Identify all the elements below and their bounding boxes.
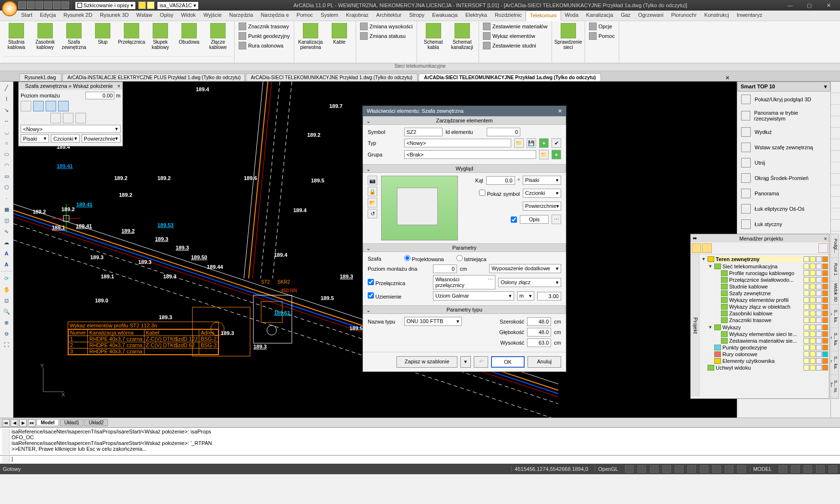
ribbon-tab-gaz[interactable]: Gaz	[617, 11, 634, 21]
command-input[interactable]: |	[0, 455, 840, 464]
document-tab[interactable]: ArCADia-INSTALACJE ELEKTRYCZNE PLUS Przy…	[62, 73, 245, 81]
ribbon-item[interactable]: Sprawdzeniesieci	[555, 22, 582, 50]
ribbon-item[interactable]: Rura osłonowa	[238, 41, 291, 50]
layout-tab[interactable]: Układ1	[60, 419, 84, 426]
qat-redo-icon[interactable]	[61, 1, 69, 9]
ribbon-tab-rozdzielnic[interactable]: Rozdzielnic	[491, 11, 526, 21]
ribbon-tab-krajobraz[interactable]: Krajobraz	[342, 11, 372, 21]
tool-polyline-icon[interactable]: ⌇	[1, 94, 12, 104]
right-vtab[interactable]: S... ka. e...	[831, 351, 839, 375]
tool-spline-icon[interactable]: ∿	[1, 226, 12, 237]
view-lock-icon[interactable]: 🔒	[368, 187, 377, 196]
tree-node[interactable]: Wykazy elementów sieci te...	[700, 331, 828, 337]
status-opengl[interactable]: OpenGL	[595, 466, 621, 472]
snap-btn-3[interactable]	[46, 101, 56, 111]
ribbon-tab-widok[interactable]: Widok	[177, 11, 200, 21]
radio-istniejaca[interactable]: Istniejąca	[456, 255, 487, 262]
ribbon-tab-konstrukcj[interactable]: Konstrukcj	[700, 11, 732, 21]
uziom-value-input[interactable]	[537, 292, 561, 300]
uziom-unit-combo[interactable]: m▾	[517, 291, 534, 300]
typ-btn2[interactable]: 💾	[527, 138, 536, 148]
ribbon-tab-elektryka[interactable]: Elektryka	[461, 11, 491, 21]
doctab-close-icon[interactable]: ✕	[725, 75, 730, 81]
layer-combo-2[interactable]: isa_VA52A1C▾	[157, 2, 198, 9]
ribbon-item[interactable]: Pomoc	[588, 32, 616, 40]
typ-check-button[interactable]: ✔	[552, 138, 561, 148]
redge-2[interactable]	[831, 105, 840, 116]
ribbon-tab-stropy[interactable]: Stropy	[405, 11, 428, 21]
right-vtab[interactable]: S... ru. ka...	[831, 375, 839, 398]
pm-close-icon[interactable]: ×	[824, 236, 827, 241]
ribbon-item[interactable]: Kable	[326, 22, 353, 45]
pow-dlg-combo[interactable]: Powierzchnie▾	[523, 202, 561, 211]
qat-new-icon[interactable]	[18, 1, 26, 9]
tree-node[interactable]: Punkty geodezyjne	[700, 344, 828, 351]
command-area[interactable]: isaReference/isaceNter/isapercenT/isaPro…	[0, 427, 840, 455]
tool-zoomwin-icon[interactable]: ⊡	[1, 295, 12, 306]
status-btn-a[interactable]	[779, 465, 787, 473]
ribbon-item[interactable]: Opcje	[588, 22, 616, 31]
tree-node[interactable]: Rury osłonowe	[700, 351, 828, 358]
level-input[interactable]	[85, 92, 114, 99]
ribbon-item[interactable]: Obudowa	[176, 22, 203, 45]
qat-save-icon[interactable]	[36, 1, 43, 9]
ribbon-tab-edycja[interactable]: Edycja	[36, 11, 60, 21]
tool-revcloud-icon[interactable]: ☁	[1, 237, 12, 248]
opis-btn[interactable]: Opis	[520, 215, 549, 224]
tool-boundary-icon[interactable]: ◫	[1, 215, 12, 226]
zapisz-button[interactable]: Zapisz w szablonie	[396, 356, 457, 368]
redge-9[interactable]	[831, 185, 840, 197]
ribbon-tab-ewakuacja[interactable]: Ewakuacja	[428, 11, 461, 21]
tool-poly-icon[interactable]: ⬠	[1, 182, 12, 192]
btm-next-icon[interactable]: ▶	[19, 419, 27, 427]
dialog-close-icon[interactable]: ✕	[558, 108, 562, 114]
grupa-combo[interactable]: <Brak>	[404, 150, 536, 159]
qat-sun-icon[interactable]	[147, 1, 155, 9]
smart-top-item[interactable]: Wstaw szafę zewnętrzną	[737, 140, 830, 155]
tree-node[interactable]: Studnie kablowe	[700, 283, 828, 290]
ribbon-tab-wstaw[interactable]: Wstaw	[132, 11, 156, 21]
ribbon-item[interactable]: Studniakablowa	[3, 22, 30, 50]
tool-refresh-icon[interactable]: ⟳	[1, 273, 12, 284]
redge-3[interactable]	[831, 116, 840, 128]
pm-side-tab[interactable]: Projekt	[691, 254, 699, 396]
tool-xline-icon[interactable]: ↔	[1, 116, 12, 126]
tool-ellipse-icon[interactable]: ⬭	[1, 149, 12, 159]
pm-pin-icon[interactable]: ⬌	[693, 235, 698, 241]
ribbon-item[interactable]: Schematkabla	[420, 22, 447, 50]
redge-12[interactable]	[831, 220, 840, 231]
ribbon-tab-telekomuni[interactable]: Telekomuni	[526, 11, 561, 21]
ribbon-tab-wyjście[interactable]: Wyjście	[200, 11, 226, 21]
ribbon-item[interactable]: Zmiana statusu	[359, 32, 414, 40]
pm-tb-1[interactable]	[692, 243, 701, 253]
status-snap-9[interactable]	[725, 465, 733, 473]
snap-btn-5[interactable]	[50, 113, 61, 123]
right-vtab[interactable]: Widok 3D	[831, 281, 839, 305]
ribbon-item[interactable]: Punkt geodezyjny	[238, 32, 291, 40]
pm-tb-2[interactable]	[702, 243, 712, 253]
minimize-button[interactable]: —	[780, 0, 800, 11]
opis-checkbox[interactable]	[511, 216, 517, 223]
redge-6[interactable]	[831, 151, 840, 162]
wyd-combo[interactable]: Wyposażenie dodatkowe▾	[489, 264, 561, 273]
tool-hatch-icon[interactable]: ▦	[1, 204, 12, 215]
tree-node[interactable]: Profile rurociągu kablowego	[700, 270, 828, 276]
tool-mtext-icon[interactable]: A	[1, 259, 12, 270]
ribbon-item[interactable]: Zestawienie studni	[482, 41, 549, 50]
ribbon-item[interactable]: Zestawienie materiałów	[482, 22, 549, 31]
qat-bulb-icon[interactable]	[138, 1, 146, 9]
ribbon-item[interactable]: Słup	[89, 22, 116, 45]
tree-node[interactable]: Zestawienia materiałów sie...	[700, 337, 828, 344]
smart-top-item[interactable]: Utnij	[737, 155, 830, 170]
tool-zoomreal-icon[interactable]: 🔍	[1, 306, 12, 317]
view-folder-icon[interactable]: 📂	[368, 198, 377, 207]
smart-top-item[interactable]: Łuk styczny	[737, 216, 830, 232]
redge-10[interactable]	[831, 197, 840, 208]
ribbon-item[interactable]: Zasobnikkablowy	[32, 22, 59, 50]
tool-arc-icon[interactable]: ◡	[1, 127, 12, 137]
ribbon-item[interactable]: Szafazewnętrzna	[60, 22, 87, 50]
redge-4[interactable]	[831, 128, 840, 139]
ribbon-tab-kanalizacja[interactable]: Kanalizacja	[582, 11, 617, 21]
redge-8[interactable]	[831, 174, 840, 185]
grupa-btn[interactable]: 📁	[539, 150, 549, 159]
